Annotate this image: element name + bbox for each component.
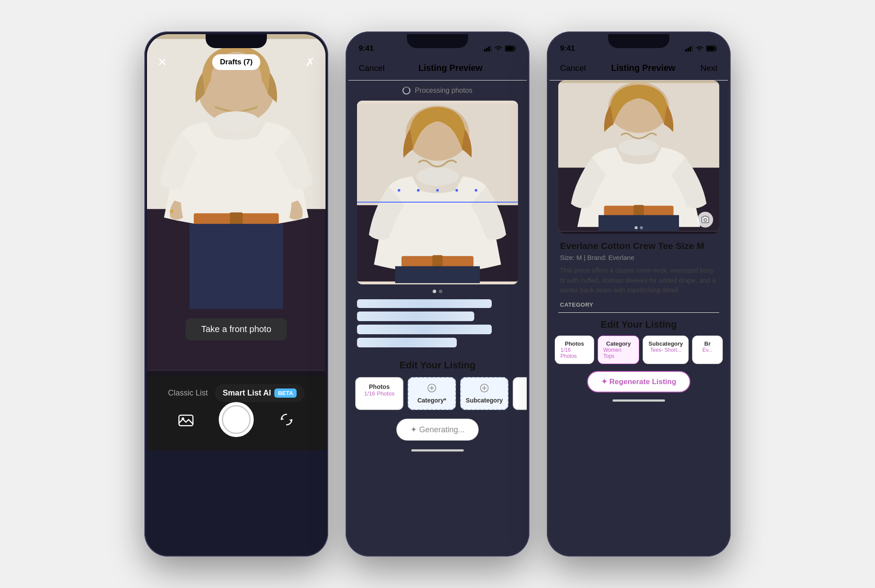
svg-rect-16 (490, 46, 492, 52)
svg-point-3 (213, 111, 260, 133)
svg-marker-11 (281, 417, 284, 420)
scan-dot (436, 189, 439, 192)
skeleton-line-4 (357, 338, 457, 347)
drafts-button[interactable]: Drafts (7) (212, 54, 261, 70)
svg-rect-37 (707, 47, 715, 51)
edit-tab-category[interactable]: Category Women Tops (598, 336, 639, 364)
scan-dot (417, 189, 420, 192)
svg-rect-43 (634, 205, 644, 217)
next-button[interactable]: Next (700, 63, 718, 73)
listing-info: Everlane Cotton Crew Tee Size M Size: M … (550, 234, 728, 312)
notch (407, 34, 468, 48)
flash-button[interactable]: ✗ (305, 56, 315, 69)
cancel-button[interactable]: Cancel (359, 63, 385, 73)
skeleton-line-2 (357, 312, 474, 321)
listing-title: Everlane Cotton Crew Tee Size M (560, 241, 718, 251)
edit-tab-brand[interactable]: B (513, 377, 527, 410)
listing-photo (558, 80, 719, 234)
home-indicator (612, 399, 665, 402)
flip-camera-button[interactable] (277, 410, 296, 429)
smart-mode-label: Smart List AI (223, 388, 271, 398)
nav-title: Listing Preview (418, 63, 483, 73)
tab-photos-label: Photos (369, 383, 389, 390)
status-icons (685, 46, 718, 52)
smart-mode-button[interactable]: Smart List AI BETA (215, 384, 304, 402)
signal-icon (685, 46, 693, 52)
mode-selector: Classic List Smart List AI BETA (168, 384, 304, 402)
scan-line (357, 202, 518, 203)
svg-rect-14 (486, 48, 488, 52)
svg-point-8 (170, 210, 173, 213)
phone-camera: ✕ Drafts (7) ✗ (144, 32, 328, 556)
image-dots (348, 290, 527, 293)
svg-rect-35 (692, 46, 693, 52)
wifi-icon (494, 46, 502, 52)
tab-category-label: Category* (417, 397, 446, 404)
processing-spinner (402, 87, 410, 94)
tab-subcategory-label: Subcategory (466, 397, 503, 404)
svg-rect-33 (687, 48, 689, 52)
tab-category-icon (427, 383, 437, 395)
svg-rect-15 (488, 46, 490, 52)
phone-processing: 9:41 (346, 32, 529, 556)
edit-tab-subcategory[interactable]: Subcategory (460, 377, 508, 410)
tab-category-value: Women Tops (603, 347, 634, 359)
close-button[interactable]: ✕ (158, 56, 167, 69)
home-indicator (411, 449, 464, 452)
wifi-icon (696, 46, 704, 52)
signal-icon (484, 46, 492, 52)
shutter-inner (222, 405, 251, 434)
status-time: 9:41 (560, 44, 575, 53)
cancel-button[interactable]: Cancel (560, 63, 586, 73)
status-icons (484, 46, 516, 52)
edit-listing-title: Edit Your Listing (348, 351, 527, 377)
nav-bar: Cancel Listing Preview (348, 56, 527, 80)
take-photo-label: Take a front photo (186, 318, 287, 340)
notch (206, 34, 267, 48)
edit-tab-photos[interactable]: Photos 1/16 Photos (555, 336, 594, 364)
svg-rect-24 (432, 255, 442, 268)
shutter-button[interactable] (219, 402, 254, 437)
tab-photos-value: 1/16 Photos (364, 390, 394, 397)
processing-indicator: Processing photos (348, 80, 527, 101)
svg-rect-18 (506, 47, 514, 51)
skeleton-line-3 (357, 325, 492, 334)
edit-tab-brand[interactable]: Br Ev... (692, 336, 723, 364)
svg-rect-25 (395, 266, 480, 284)
classic-mode-label[interactable]: Classic List (168, 388, 208, 398)
processing-text: Processing photos (415, 87, 472, 94)
battery-icon (706, 46, 718, 52)
nav-bar: Cancel Listing Preview Next (550, 56, 728, 80)
regenerate-button[interactable]: ✦ Regenerate Listing (587, 371, 690, 392)
tab-subcategory-value: Tees- Short... (650, 347, 681, 353)
scan-dots (389, 189, 486, 192)
camera-controls (147, 402, 326, 437)
svg-point-22 (416, 167, 459, 186)
tab-photos-label: Photos (565, 340, 584, 347)
edit-tab-photos[interactable]: Photos 1/16 Photos (355, 377, 403, 410)
edit-tab-subcategory[interactable]: Subcategory Tees- Short... (643, 336, 689, 364)
generating-button[interactable]: ✦ Generating... (396, 419, 479, 441)
nav-title: Listing Preview (611, 63, 676, 73)
listing-image (357, 101, 518, 284)
listing-person-image (357, 101, 518, 284)
edit-tab-category[interactable]: Category* (408, 377, 456, 410)
camera-bottom-bar: Classic List Smart List AI BETA (147, 375, 326, 450)
notch (608, 34, 669, 48)
edit-tabs: Photos 1/16 Photos Category* Subcategory (348, 377, 527, 410)
svg-marker-12 (289, 420, 292, 422)
svg-rect-13 (484, 49, 486, 52)
tab-brand-value: Ev... (702, 347, 712, 353)
edit-photo-icon[interactable] (697, 212, 713, 228)
dot-2 (439, 290, 442, 293)
category-label: CATEGORY (560, 301, 718, 308)
gallery-button[interactable] (176, 410, 196, 429)
battery-icon (505, 46, 516, 52)
scan-dot (455, 189, 458, 192)
gallery-icon (178, 412, 194, 427)
edit-listing-title: Edit Your Listing (550, 313, 728, 336)
tab-photos-value: 1/16 Photos (560, 347, 588, 359)
dot-1 (433, 290, 436, 293)
status-time: 9:41 (359, 44, 374, 53)
listing-meta: Size: M | Brand: Everlane (560, 254, 718, 261)
